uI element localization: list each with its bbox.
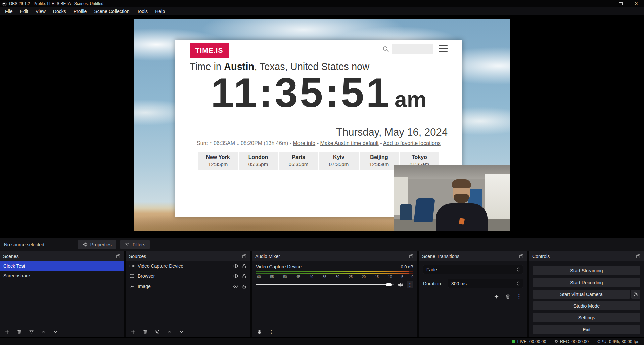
lock-icon[interactable] <box>241 263 247 269</box>
menu-bar: File Edit View Docks Profile Scene Colle… <box>0 7 644 16</box>
search-input <box>392 44 433 54</box>
video-capture-overlay[interactable] <box>394 165 510 231</box>
menu-file[interactable]: File <box>1 7 16 15</box>
timeis-date: Thursday, May 16, 2024 <box>336 126 448 138</box>
start-streaming-button[interactable]: Start Streaming <box>533 266 640 275</box>
menu-scene-collection[interactable]: Scene Collection <box>90 7 133 15</box>
start-virtual-camera-button[interactable]: Start Virtual Camera <box>533 290 630 299</box>
source-properties-button[interactable] <box>154 329 160 335</box>
studio-mode-button[interactable]: Studio Mode <box>533 301 640 310</box>
controls-dock-header: Controls <box>529 251 644 261</box>
add-transition-button[interactable] <box>492 293 500 300</box>
city-paris: Paris06:35pm <box>279 152 318 170</box>
search-icon <box>382 46 389 52</box>
transition-properties-button[interactable]: ⋮ <box>515 293 523 300</box>
scenes-dock: Scenes Clock Test Screenshare <box>0 251 124 337</box>
duration-spinbox[interactable]: 300 ms <box>448 279 523 288</box>
mixer-toolbar: ⋮ <box>252 326 417 337</box>
remove-scene-button[interactable] <box>16 329 22 335</box>
popout-icon[interactable] <box>409 254 414 259</box>
menu-docks[interactable]: Docks <box>49 7 70 15</box>
source-status-label: No source selected <box>4 242 44 247</box>
chevron-up-icon[interactable] <box>517 267 520 269</box>
move-scene-down-button[interactable] <box>52 329 58 335</box>
chevron-down-icon[interactable] <box>517 270 520 272</box>
volume-slider[interactable] <box>256 282 394 287</box>
mixer-menu-button[interactable]: ⋮ <box>268 329 274 335</box>
add-source-button[interactable] <box>130 329 136 335</box>
remove-transition-button[interactable] <box>504 293 512 300</box>
transition-select[interactable]: Fade <box>423 265 523 274</box>
popout-icon[interactable] <box>636 254 641 259</box>
minimize-button[interactable] <box>598 0 613 7</box>
properties-button[interactable]: Properties <box>78 240 116 249</box>
filter-icon <box>125 242 130 247</box>
popout-icon[interactable] <box>242 254 247 259</box>
source-item-browser[interactable]: Browser <box>126 271 250 281</box>
scene-item-clock-test[interactable]: Clock Test <box>0 261 124 271</box>
visibility-icon[interactable] <box>233 284 238 289</box>
sources-dock-title: Sources <box>129 254 146 259</box>
window-title: OBS 29.1.2 - Profile: LLHLS BETA - Scene… <box>9 1 103 6</box>
source-context-toolbar: No source selected Properties Filters <box>0 237 644 251</box>
rec-time: REC: 00:00:00 <box>560 339 589 344</box>
advanced-audio-button[interactable] <box>256 329 262 335</box>
source-item-image[interactable]: Image <box>126 281 250 291</box>
mixer-dock-header: Audio Mixer <box>252 251 417 261</box>
visibility-icon[interactable] <box>233 263 238 269</box>
filters-label: Filters <box>133 242 145 247</box>
audio-mixer-dock: Audio Mixer Video Capture Device 0.0 dB … <box>252 251 417 337</box>
live-indicator-icon <box>512 340 515 343</box>
menu-edit[interactable]: Edit <box>16 7 32 15</box>
start-recording-button[interactable]: Start Recording <box>533 278 640 287</box>
remove-source-button[interactable] <box>142 329 148 335</box>
city-beijing: Beijing12:35am <box>360 152 399 170</box>
filters-button[interactable]: Filters <box>120 240 150 249</box>
menu-tools[interactable]: Tools <box>133 7 151 15</box>
visibility-icon[interactable] <box>233 273 238 279</box>
controls-dock-title: Controls <box>532 254 550 259</box>
popout-icon[interactable] <box>519 254 524 259</box>
clock-meridiem: am <box>395 87 426 112</box>
transitions-dock-title: Scene Transitions <box>422 254 459 259</box>
status-bar: LIVE: 00:00:00 REC: 00:00:00 CPU: 0.6%, … <box>0 337 644 345</box>
more-info-link: More info <box>293 140 316 146</box>
window-controls: × <box>598 0 644 7</box>
menu-help[interactable]: Help <box>151 7 169 15</box>
lock-icon[interactable] <box>241 273 247 279</box>
popout-icon[interactable] <box>116 254 121 259</box>
move-scene-up-button[interactable] <box>40 329 46 335</box>
volume-slider-track[interactable] <box>256 284 394 285</box>
scene-item-screenshare[interactable]: Screenshare <box>0 271 124 281</box>
duration-decrease-icon[interactable] <box>517 284 520 286</box>
menu-profile[interactable]: Profile <box>70 7 91 15</box>
obs-window: OBS 29.1.2 - Profile: LLHLS BETA - Scene… <box>0 0 644 345</box>
webcam-person-body <box>436 203 488 231</box>
settings-button[interactable]: Settings <box>533 313 640 322</box>
duration-increase-icon[interactable] <box>517 281 520 283</box>
move-source-down-button[interactable] <box>178 329 184 335</box>
transition-selected-value: Fade <box>426 267 437 272</box>
source-label: Image <box>138 284 151 289</box>
webcam-chair-small <box>400 204 412 220</box>
move-source-up-button[interactable] <box>166 329 172 335</box>
timeis-clock: 11:35:51am <box>175 72 462 114</box>
controls-dock: Controls Start Streaming Start Recording… <box>529 251 644 337</box>
camera-icon <box>129 263 135 269</box>
close-button[interactable]: × <box>629 0 644 7</box>
obs-logo-icon <box>2 2 7 6</box>
sources-toolbar <box>126 326 250 337</box>
speaker-icon[interactable] <box>398 282 403 288</box>
volume-meter <box>256 271 413 274</box>
maximize-button[interactable] <box>613 0 629 7</box>
lock-icon[interactable] <box>241 284 247 289</box>
mixer-channel-menu-button[interactable]: ⋮ <box>407 281 413 288</box>
volume-slider-handle[interactable] <box>386 283 392 286</box>
program-canvas[interactable]: TIME.IS Time in Austin, Texas, United St… <box>134 19 510 231</box>
add-scene-button[interactable] <box>4 329 10 335</box>
scene-filters-button[interactable] <box>28 329 34 335</box>
source-item-video-capture[interactable]: Video Capture Device <box>126 261 250 271</box>
exit-button[interactable]: Exit <box>533 325 640 334</box>
menu-view[interactable]: View <box>32 7 49 15</box>
virtual-camera-config-button[interactable] <box>631 290 640 299</box>
